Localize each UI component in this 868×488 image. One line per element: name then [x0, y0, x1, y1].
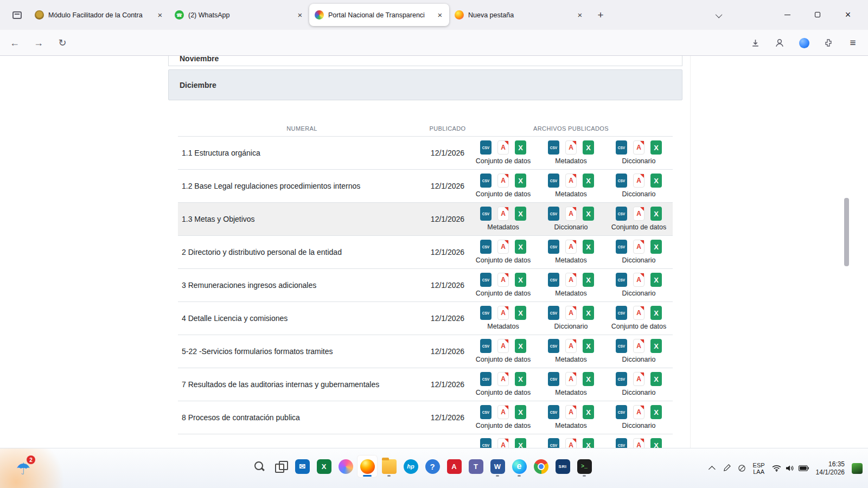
pdf-file-icon[interactable]: A: [497, 273, 509, 287]
weather-widget[interactable]: ☂ 2: [10, 455, 37, 482]
pdf-file-icon[interactable]: A: [497, 372, 509, 386]
pen-tray-button[interactable]: [723, 464, 731, 472]
csv-file-icon[interactable]: CSV: [616, 372, 627, 386]
xls-file-icon[interactable]: X: [515, 240, 526, 254]
xls-file-icon[interactable]: X: [583, 174, 594, 188]
help-taskbar-button[interactable]: ?: [422, 455, 443, 478]
tray-app-icon[interactable]: [852, 463, 863, 474]
system-status-icons[interactable]: [772, 465, 809, 472]
csv-file-icon[interactable]: CSV: [548, 306, 559, 320]
language-indicator[interactable]: ESP LAA: [753, 462, 765, 475]
pdf-file-icon[interactable]: A: [497, 438, 509, 448]
xls-file-icon[interactable]: X: [515, 174, 526, 188]
xls-file-icon[interactable]: X: [515, 306, 526, 320]
csv-file-icon[interactable]: CSV: [480, 207, 492, 221]
csv-file-icon[interactable]: CSV: [480, 372, 492, 386]
account-button[interactable]: [772, 35, 787, 50]
tab-modulo-facilitador[interactable]: Módulo Facilitador de la Contra ×: [29, 4, 169, 26]
xls-file-icon[interactable]: X: [515, 372, 526, 386]
csv-file-icon[interactable]: CSV: [616, 438, 627, 448]
menu-button[interactable]: ≡: [845, 35, 860, 50]
pdf-file-icon[interactable]: A: [565, 240, 577, 254]
close-tab-icon[interactable]: ×: [434, 9, 446, 21]
csv-file-icon[interactable]: CSV: [616, 140, 627, 155]
pdf-file-icon[interactable]: A: [565, 405, 577, 419]
pdf-file-icon[interactable]: A: [633, 140, 644, 155]
reload-button[interactable]: ↻: [53, 34, 72, 52]
xls-file-icon[interactable]: X: [583, 339, 594, 353]
pdf-file-icon[interactable]: A: [497, 339, 509, 353]
csv-file-icon[interactable]: CSV: [480, 405, 492, 419]
csv-file-icon[interactable]: CSV: [548, 273, 559, 287]
csv-file-icon[interactable]: CSV: [616, 174, 627, 188]
xls-file-icon[interactable]: X: [515, 207, 526, 221]
task-view-taskbar-button[interactable]: [270, 455, 291, 478]
pdf-file-icon[interactable]: A: [497, 405, 509, 419]
xls-file-icon[interactable]: X: [650, 339, 662, 353]
csv-file-icon[interactable]: CSV: [480, 306, 492, 320]
xls-file-icon[interactable]: X: [650, 240, 662, 254]
pdf-file-icon[interactable]: A: [565, 140, 577, 155]
csv-file-icon[interactable]: CSV: [548, 438, 559, 448]
tab-nueva-pestana[interactable]: Nueva pestaña ×: [449, 4, 589, 26]
csv-file-icon[interactable]: CSV: [616, 273, 627, 287]
csv-file-icon[interactable]: CSV: [548, 405, 559, 419]
pdf-file-icon[interactable]: A: [633, 207, 644, 221]
pdf-file-icon[interactable]: A: [633, 240, 644, 254]
list-all-tabs-button[interactable]: [712, 8, 727, 23]
pdf-file-icon[interactable]: A: [565, 273, 577, 287]
firefox-view-button[interactable]: [8, 6, 26, 24]
xls-file-icon[interactable]: X: [583, 207, 594, 221]
forward-button[interactable]: →: [29, 34, 48, 52]
xls-file-icon[interactable]: X: [515, 405, 526, 419]
accordion-noviembre[interactable]: Noviembre: [168, 56, 682, 66]
xls-file-icon[interactable]: X: [650, 405, 662, 419]
extensions-puzzle-button[interactable]: [821, 35, 836, 50]
csv-file-icon[interactable]: CSV: [480, 240, 492, 254]
pdf-file-icon[interactable]: A: [565, 339, 577, 353]
pdf-file-icon[interactable]: A: [633, 339, 644, 353]
copilot-taskbar-button[interactable]: [335, 455, 356, 478]
hp-taskbar-button[interactable]: hp: [400, 455, 421, 478]
csv-file-icon[interactable]: CSV: [616, 405, 627, 419]
tab-portal-transparencia-active[interactable]: Portal Nacional de Transparenci ×: [309, 4, 449, 26]
close-window-button[interactable]: ×: [840, 7, 856, 23]
csv-file-icon[interactable]: CSV: [480, 273, 492, 287]
pdf-file-icon[interactable]: A: [497, 240, 509, 254]
do-not-disturb-button[interactable]: [738, 464, 746, 472]
csv-file-icon[interactable]: CSV: [548, 174, 559, 188]
csv-file-icon[interactable]: CSV: [616, 306, 627, 320]
csv-file-icon[interactable]: CSV: [616, 207, 627, 221]
csv-file-icon[interactable]: CSV: [480, 140, 492, 155]
file-explorer-taskbar-button[interactable]: [379, 455, 399, 478]
new-tab-button[interactable]: +: [592, 7, 609, 23]
xls-file-icon[interactable]: X: [583, 372, 594, 386]
pdf-file-icon[interactable]: A: [497, 174, 509, 188]
xls-file-icon[interactable]: X: [650, 140, 662, 155]
pdf-file-icon[interactable]: A: [565, 372, 577, 386]
pdf-file-icon[interactable]: A: [633, 438, 644, 448]
sri-taskbar-button[interactable]: SRI: [552, 455, 573, 478]
hidden-icons-button[interactable]: [711, 466, 716, 471]
xls-file-icon[interactable]: X: [583, 273, 594, 287]
search-taskbar-button[interactable]: [248, 455, 269, 478]
teams-taskbar-button[interactable]: T: [465, 455, 486, 478]
xls-file-icon[interactable]: X: [583, 240, 594, 254]
minimize-button[interactable]: [779, 7, 795, 23]
csv-file-icon[interactable]: CSV: [548, 207, 559, 221]
xls-file-icon[interactable]: X: [515, 273, 526, 287]
downloads-button[interactable]: [748, 35, 763, 50]
csv-file-icon[interactable]: CSV: [616, 240, 627, 254]
csv-file-icon[interactable]: CSV: [480, 438, 492, 448]
pdf-file-icon[interactable]: A: [565, 438, 577, 448]
xls-file-icon[interactable]: X: [583, 405, 594, 419]
csv-file-icon[interactable]: CSV: [480, 339, 492, 353]
xls-file-icon[interactable]: X: [650, 273, 662, 287]
csv-file-icon[interactable]: CSV: [548, 372, 559, 386]
xls-file-icon[interactable]: X: [650, 306, 662, 320]
terminal-taskbar-button[interactable]: >_: [574, 455, 595, 478]
pdf-file-icon[interactable]: A: [633, 174, 644, 188]
accordion-diciembre[interactable]: Diciembre: [168, 69, 682, 100]
xls-file-icon[interactable]: X: [650, 174, 662, 188]
pdf-file-icon[interactable]: A: [565, 306, 577, 320]
